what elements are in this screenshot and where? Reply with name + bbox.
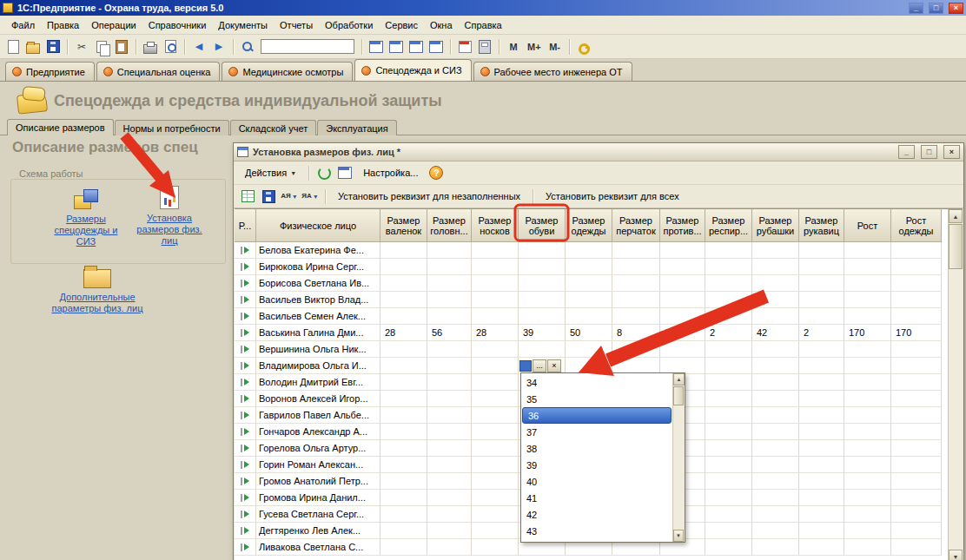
size-cell[interactable]: [799, 391, 844, 407]
size-cell[interactable]: [799, 407, 844, 424]
size-cell[interactable]: [472, 341, 519, 358]
size-cell[interactable]: [844, 259, 891, 275]
size-cell[interactable]: [705, 523, 752, 539]
size-cell[interactable]: [799, 523, 844, 539]
size-cell[interactable]: [705, 358, 752, 374]
size-cell[interactable]: 8: [612, 325, 660, 341]
find-button[interactable]: [238, 37, 257, 56]
person-name-cell[interactable]: Белова Екатерина Фе...: [256, 242, 380, 259]
size-cell[interactable]: [799, 275, 844, 292]
size-cell[interactable]: [891, 473, 942, 490]
size-cell[interactable]: [566, 308, 612, 325]
column-header[interactable]: Размер валенок: [380, 209, 427, 242]
person-name-cell[interactable]: Васькина Галина Дми...: [256, 325, 380, 341]
dropdown-scrollbar[interactable]: ▲ ▼: [672, 373, 685, 542]
column-header[interactable]: Размер респир...: [705, 209, 752, 242]
size-cell[interactable]: [752, 473, 799, 490]
calendar-button[interactable]: [455, 37, 474, 56]
size-cell[interactable]: [705, 457, 752, 473]
dropdown-scroll-down-button[interactable]: ▼: [673, 530, 684, 542]
size-cell[interactable]: [705, 473, 752, 490]
dialog-maximize-button[interactable]: □: [921, 145, 937, 159]
size-cell[interactable]: [705, 259, 752, 275]
person-name-cell[interactable]: Горин Роман Алексан...: [256, 457, 380, 473]
menu-item-5[interactable]: Документы: [212, 17, 274, 33]
dropdown-item[interactable]: 35: [521, 391, 672, 407]
memory-plus-button[interactable]: M+: [524, 37, 545, 56]
person-name-cell[interactable]: Ливакова Светлана С...: [256, 539, 380, 556]
size-cell[interactable]: [752, 292, 799, 308]
size-cell[interactable]: [705, 424, 752, 440]
size-cell[interactable]: [427, 473, 472, 490]
size-cell[interactable]: [380, 242, 427, 259]
size-cell[interactable]: [380, 457, 427, 473]
size-cell[interactable]: [752, 374, 799, 391]
size-cell[interactable]: [380, 473, 427, 490]
column-header[interactable]: Размер рукавиц: [799, 209, 844, 242]
dropdown-item[interactable]: 38: [521, 440, 672, 457]
column-header[interactable]: Размер перчаток: [612, 209, 660, 242]
size-cell[interactable]: [427, 407, 472, 424]
size-cell[interactable]: [427, 308, 472, 325]
column-header[interactable]: Размер одежды: [566, 209, 612, 242]
size-cell[interactable]: [844, 506, 891, 523]
link-label[interactable]: Установка размеров физ. лиц: [132, 213, 207, 247]
size-cell[interactable]: 39: [519, 325, 566, 341]
size-cell[interactable]: [472, 490, 519, 506]
size-cell[interactable]: [799, 424, 844, 440]
size-cell[interactable]: [705, 374, 752, 391]
size-cell[interactable]: [380, 374, 427, 391]
size-cell[interactable]: [660, 259, 705, 275]
size-cell[interactable]: [612, 259, 660, 275]
size-cell[interactable]: [472, 539, 519, 556]
list-settings-button[interactable]: [335, 164, 354, 182]
size-cell[interactable]: [799, 440, 844, 457]
menu-item-3[interactable]: Операции: [85, 17, 142, 33]
desktop-tab-5[interactable]: Рабочее место инженера ОТ: [473, 62, 632, 81]
minimize-button[interactable]: _: [909, 3, 923, 14]
person-name-cell[interactable]: Гусева Светлана Серг...: [256, 506, 380, 523]
scroll-down-button[interactable]: ▼: [949, 550, 963, 560]
window-cascade-button[interactable]: [387, 37, 406, 56]
menu-item-2[interactable]: Правка: [41, 17, 85, 33]
subtab-3[interactable]: Складской учет: [230, 120, 317, 135]
subtab-1[interactable]: Описание размеров: [7, 119, 114, 135]
size-cell[interactable]: [844, 341, 891, 358]
size-cell[interactable]: [844, 539, 891, 556]
size-cell[interactable]: [891, 341, 942, 358]
size-cell[interactable]: [472, 358, 519, 374]
menu-item-7[interactable]: Обработки: [319, 17, 379, 33]
print-button[interactable]: [141, 37, 160, 56]
person-name-cell[interactable]: Громов Анатолий Петр...: [256, 473, 380, 490]
size-cell[interactable]: [799, 539, 844, 556]
vertical-scrollbar[interactable]: ▲ ▼: [948, 209, 963, 560]
size-cell[interactable]: [472, 473, 519, 490]
maximize-button[interactable]: □: [929, 3, 943, 14]
size-cell[interactable]: [427, 506, 472, 523]
size-cell[interactable]: [844, 275, 891, 292]
size-cell[interactable]: [799, 374, 844, 391]
size-cell[interactable]: [660, 341, 705, 358]
size-cell[interactable]: [427, 523, 472, 539]
size-cell[interactable]: [705, 275, 752, 292]
size-cell[interactable]: [380, 341, 427, 358]
size-cell[interactable]: [427, 292, 472, 308]
size-cell[interactable]: [844, 473, 891, 490]
size-cell[interactable]: [427, 457, 472, 473]
choose-value-button[interactable]: ...: [533, 359, 546, 372]
person-name-cell[interactable]: Горелова Ольга Артур...: [256, 440, 380, 457]
size-cell[interactable]: [566, 242, 612, 259]
size-cell[interactable]: [891, 424, 942, 440]
save-button[interactable]: [43, 37, 63, 56]
size-cell[interactable]: 170: [844, 325, 891, 341]
size-cell[interactable]: [380, 523, 427, 539]
size-cell[interactable]: [427, 341, 472, 358]
output-list-button[interactable]: [238, 188, 257, 206]
size-cell[interactable]: [472, 407, 519, 424]
size-cell[interactable]: [752, 407, 799, 424]
help-button[interactable]: ?: [427, 164, 446, 182]
size-cell[interactable]: [660, 308, 705, 325]
size-cell[interactable]: [891, 523, 942, 539]
service-key-button[interactable]: [574, 37, 593, 56]
size-cell[interactable]: [891, 242, 942, 259]
